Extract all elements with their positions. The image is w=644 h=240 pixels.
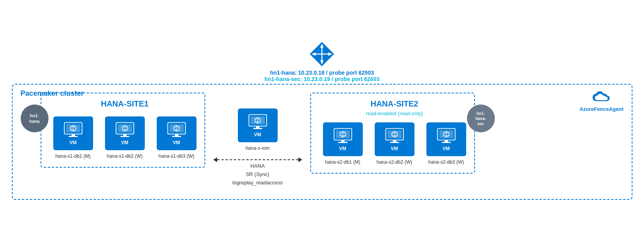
pacemaker-cluster-box: Pacemaker cluster AzureFenceAgent hn1- h… [12,84,632,199]
azure-cloud-icon [591,89,613,105]
vm-screen-icon-s2-3 [436,128,456,144]
arrow-left [213,157,257,162]
vm-screen-icon3 [167,122,187,138]
vm-box-s1-db2: VM [105,116,145,150]
vm-box-s2-db2: VM [375,122,414,156]
vm-label-s1-db2: hana-s1-db2 (W) [107,153,142,159]
site1-vm-row: VM hana-s1-db1 (M) [53,116,197,159]
vm-label-s2-db2: hana-s2-db2 (W) [376,159,412,165]
vm-screen-icon2 [115,122,135,138]
vm-screen-icon [63,122,83,138]
sync-arrows [213,157,302,162]
hana-site2-title: HANA-SITE2 [323,99,466,108]
svg-rect-13 [71,134,74,136]
hana-site2-box: HANA-SITE2 read-enabled (read-only) [310,93,475,174]
site2-vm-row: VM hana-s2-db1 (M) [323,122,466,165]
router-icon: hn1-hana: 10.23.0.18 / probe port 62503 … [265,40,379,82]
vm-item-s1-db3: VM hana-s1-db3 (W) [157,116,197,159]
inner-content: hn1- hana HANA-SITE1 [21,93,624,187]
secondary-ip-label: hn1-hana-sec: 10.23.0.19 / probe port 62… [265,76,379,82]
hn1-hana-sec-node: hn1- hana- sec [467,105,495,132]
vm-box-s1-db1: VM [53,116,93,150]
vm-item-s2-db1: VM hana-s2-db1 (M) [323,122,363,165]
vm-screen-icon-mm [248,114,268,130]
vm-screen-icon-s2-2 [385,128,405,144]
svg-rect-54 [390,142,399,143]
svg-rect-53 [393,140,396,142]
vm-item-s2-db2: VM hana-s2-db2 (W) [375,122,414,165]
svg-rect-21 [123,134,126,136]
primary-ip-label: hn1-hana: 10.23.0.18 / probe port 62503 [265,70,379,76]
hn1-hana-node: hn1- hana [21,105,49,132]
vm-item-s1-db1: VM hana-s1-db1 (M) [53,116,93,159]
arrow-right [259,157,302,162]
middle-section: VM hana-s-mm [213,93,302,187]
vm-item-s2-db3: VM hana-s2-db3 (W) [426,122,466,165]
vm-label-s2-db3: hana-s2-db3 (W) [428,159,464,165]
azure-fence-agent: AzureFenceAgent [580,89,624,112]
svg-rect-22 [120,136,129,137]
vm-box-s2-db3: VM [426,122,466,156]
vm-label-mm: hana-s-mm [245,145,270,151]
vm-screen-icon-s2-1 [333,128,353,144]
hana-site1-title: HANA-SITE1 [53,99,197,108]
svg-rect-30 [172,136,181,137]
vm-label-s1-db1: hana-s1-db1 (M) [55,153,91,159]
svg-rect-37 [256,126,259,128]
vm-box-s1-db3: VM [157,116,197,150]
vm-label-s2-db1: hana-s2-db1 (M) [325,159,360,165]
router-labels: hn1-hana: 10.23.0.18 / probe port 62503 … [265,70,379,82]
sync-section: HANA SR (Sync) logreplay_readaccess [213,157,302,187]
vm-label-s1-db3: hana-s1-db3 (W) [158,153,194,159]
svg-rect-14 [68,136,78,137]
fence-agent-label: AzureFenceAgent [580,106,624,112]
site2-section: HANA-SITE2 read-enabled (read-only) [310,93,495,174]
vm-box-mm: VM [238,108,278,142]
diagram-wrapper: hn1-hana: 10.23.0.18 / probe port 62503 … [12,40,632,199]
svg-rect-29 [175,134,178,136]
read-enabled-label: read-enabled (read-only) [323,110,466,116]
sync-label: HANA SR (Sync) logreplay_readaccess [232,162,282,187]
svg-rect-38 [253,128,262,129]
vm-box-s2-db1: VM [323,122,363,156]
svg-rect-62 [442,142,451,143]
router-diamond-icon [308,40,336,68]
svg-rect-61 [444,140,447,142]
vm-item-s1-db2: VM hana-s1-db2 (W) [105,116,145,159]
site1-section: hn1- hana HANA-SITE1 [21,93,205,168]
hana-site1-box: HANA-SITE1 [41,93,205,168]
vm-item-mm: VM hana-s-mm [238,108,278,151]
svg-rect-45 [341,140,344,142]
svg-rect-46 [338,142,347,143]
